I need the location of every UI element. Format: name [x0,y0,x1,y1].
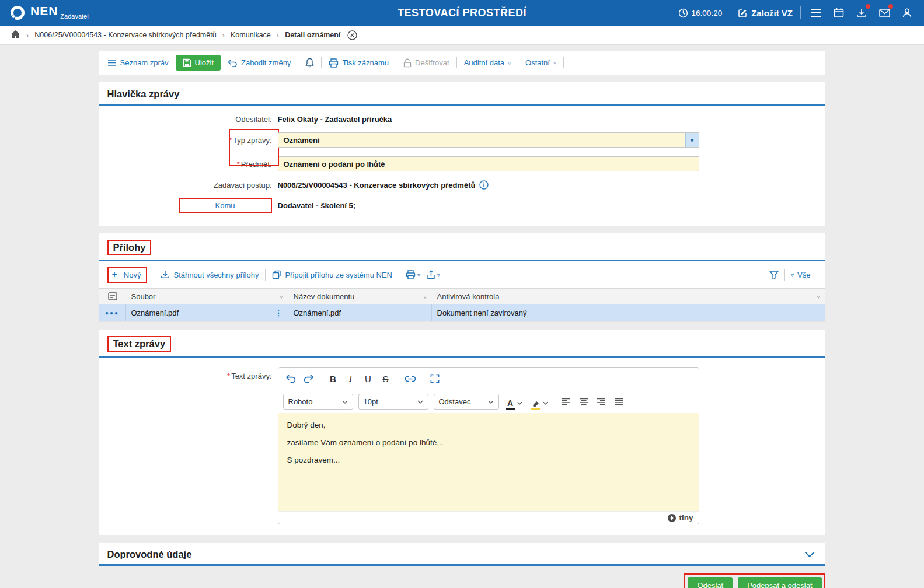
redo-button[interactable] [301,370,317,387]
attachments-toolbar: + Nový Stáhnout všechny přílohy [99,261,825,288]
additional-data-card: Doprovodné údaje [99,542,825,566]
filter-chevron-icon[interactable]: ▿ [423,293,426,300]
print-record-button[interactable]: Tisk záznamu [329,58,389,68]
align-justify-button[interactable] [611,394,626,410]
toolbar-separator [456,57,457,68]
export-attachments-button[interactable]: ▿ [427,270,440,279]
discard-changes-button[interactable]: Zahodit změny [228,58,291,67]
row-menu-button[interactable]: ●●● [99,304,126,321]
align-center-button[interactable] [576,394,591,410]
sender-row: Odesílatel: Felix Okátý - Zadavatel přír… [107,115,817,124]
view-all-filter[interactable]: ▿ Vše [791,271,810,279]
decrypt-button: Dešifrovat [403,58,449,68]
message-type-select[interactable]: Oznámení ▾ [278,132,699,148]
font-family-select[interactable]: Roboto [283,394,353,410]
user-icon [902,8,912,18]
filter-chevron-icon[interactable]: ▿ [280,293,283,300]
select-chevron-icon[interactable]: ▾ [685,133,699,147]
message-header-section-bar: Hlavička zprávy [99,82,825,106]
richtext-editor: B I U S [278,367,699,524]
audit-data-button[interactable]: Auditní data ▿ [464,58,511,67]
highlight-color-button[interactable] [529,394,550,410]
info-icon[interactable] [479,180,489,190]
message-type-value: Oznámení [278,136,685,145]
attachment-file-cell[interactable]: Oznámení.pdf ⋮ [126,304,288,321]
column-header-antivirus[interactable]: Antivirová kontrola ▿ [432,289,825,304]
toolbar-separator [817,270,817,281]
calendar-button[interactable] [831,5,846,20]
undo-button[interactable] [283,370,299,387]
text-color-button[interactable]: A [504,394,524,410]
align-right-button[interactable] [594,394,609,410]
new-attachment-label: Nový [124,271,141,279]
highlight-swatch [531,400,541,410]
insert-link-button[interactable] [402,370,419,387]
recipient-link[interactable]: Komu [179,198,272,213]
download-all-button[interactable]: Stáhnout všechny přílohy [161,270,259,279]
attach-from-nen-button[interactable]: Připojit přílohu ze systému NEN [272,270,392,279]
subject-input[interactable]: Oznámení o podání po lhůtě [278,156,699,172]
text-color-swatch: A [506,399,515,410]
brand[interactable]: NEN Zadavatel [9,5,89,21]
message-type-row: *Typ zprávy: Oznámení ▾ [107,132,817,148]
downloads-button[interactable] [854,5,869,20]
message-header-body: Odesílatel: Felix Okátý - Zadavatel přír… [99,106,825,226]
column-header-file[interactable]: Soubor ▿ [126,289,288,304]
brand-name: NEN [30,5,58,18]
recipient-row: Komu Dodavatel - školení 5; [107,198,817,213]
highlighter-icon [531,400,541,407]
close-tab-button[interactable] [347,30,357,40]
row-handle-icon[interactable]: ⋮ [275,309,283,317]
detail-column-header[interactable] [99,289,126,304]
sender-value: Felix Okátý - Zadavatel příručka [278,115,392,124]
message-text-body: *Text zprávy: [99,358,825,535]
required-asterisk: * [237,160,240,169]
strikethrough-button[interactable]: S [378,370,394,387]
print-attachments-button[interactable]: ▿ [406,270,420,279]
save-button[interactable]: Uložit [176,55,221,71]
other-actions-button[interactable]: Ostatní ▿ [525,58,556,67]
mail-icon [879,9,890,18]
filter-button[interactable] [769,267,779,282]
attachment-row[interactable]: ●●● Oznámení.pdf ⋮ Oznámení.pdf Dokument… [99,304,825,322]
unlock-icon [403,58,412,68]
required-asterisk: * [229,136,232,145]
profile-button[interactable] [899,5,915,20]
download-icon [856,8,867,18]
font-size-select[interactable]: 10pt [358,394,428,410]
align-left-button[interactable] [559,394,574,410]
chevron-down-icon: ▿ [553,60,556,66]
send-button[interactable]: Odeslat [688,577,733,588]
notifications-button[interactable] [305,58,314,68]
messages-button[interactable] [877,5,892,20]
italic-button[interactable]: I [343,370,359,387]
fullscreen-button[interactable] [427,370,443,387]
editor-content-area[interactable]: Dobrý den, zasíláme Vám oznámení o podán… [278,413,699,511]
column-header-document-name[interactable]: Název dokumentu ▿ [288,289,432,304]
sign-and-send-button[interactable]: Podepsat a odeslat [738,577,821,588]
home-button[interactable] [11,30,20,40]
message-header-card: Hlavička zprávy Odesílatel: Felix Okátý … [99,82,825,226]
additional-data-title: Doprovodné údaje [107,549,192,560]
download-all-label: Stáhnout všechny přílohy [173,271,259,279]
block-format-select[interactable]: Odstavec [434,394,499,410]
environment-title: TESTOVACÍ PROSTŘEDÍ [398,7,526,19]
menu-button[interactable] [808,5,824,20]
tiny-brand-label[interactable]: tiny [679,513,693,522]
main-content: Seznam zpráv Uložit Zahodit změny [99,51,825,588]
underline-button[interactable]: U [360,370,376,387]
new-attachment-button[interactable]: + Nový [107,267,148,283]
create-vz-button[interactable]: Založit VZ [738,8,793,18]
attachment-name-cell[interactable]: Oznámení.pdf [288,304,432,321]
create-vz-label: Založit VZ [751,8,793,18]
expand-section-button[interactable] [804,551,817,558]
breadcrumb-item-procedure[interactable]: N006/25/V00004543 - Konzervace sbírkovýc… [34,31,216,39]
hamburger-icon [810,8,822,18]
calendar-icon [834,8,844,18]
message-list-button[interactable]: Seznam zpráv [107,58,169,67]
filter-chevron-icon[interactable]: ▿ [817,293,820,300]
chevron-down-icon [417,400,423,404]
bold-button[interactable]: B [325,370,341,387]
text-color-bar [506,408,515,410]
breadcrumb-item-communication[interactable]: Komunikace [231,31,271,39]
